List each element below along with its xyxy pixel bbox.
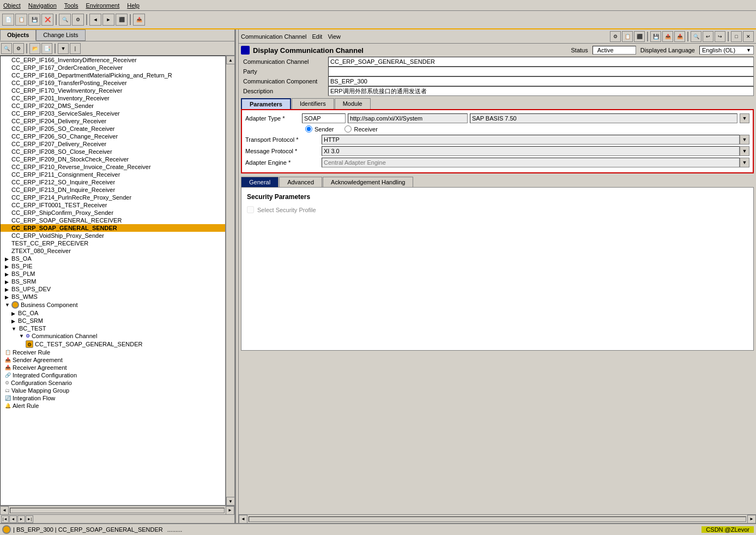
tree-item[interactable]: 🔄 Integration Flow <box>1 394 225 402</box>
right-scroll-h[interactable]: ◄ ► <box>239 514 756 523</box>
tree-item[interactable]: ▶ BC_SRM <box>1 317 225 324</box>
toolbar-btn-6[interactable]: ⚙ <box>72 14 84 26</box>
right-tb-close[interactable]: ✕ <box>743 31 754 42</box>
tree-item[interactable]: CC_ERP_IF205_SO_Create_Receiver <box>1 125 225 133</box>
scroll-left-btn[interactable]: ◄ <box>0 506 9 515</box>
tree-item[interactable]: CC_ERP_IF169_TransferPosting_Receiver <box>1 79 225 87</box>
tree-item[interactable]: CC_ERP_IF212_SO_Inquire_Receiver <box>1 178 225 186</box>
left-tb-btn-2[interactable]: ⚙ <box>13 43 24 54</box>
tree-item[interactable]: ▶ BC_OA <box>1 309 225 317</box>
scroll-right-btn[interactable]: ► <box>226 506 234 515</box>
tab-change-lists[interactable]: Change Lists <box>36 29 85 41</box>
menu-tools[interactable]: Tools <box>64 2 78 9</box>
right-tb-btn-9[interactable]: ↪ <box>715 31 725 42</box>
tree-item[interactable]: CC_ERP_IF206_SO_Change_Receiver <box>1 133 225 140</box>
nav-first[interactable]: |◄ <box>1 515 9 523</box>
tree-item[interactable]: CC_ERP_SOAP_GENERAL_RECEIVER <box>1 217 225 224</box>
tree-item[interactable]: TEST_CC_ERP_RECEIVER <box>1 239 225 247</box>
tree-item-bc-test[interactable]: ▼ BC_TEST <box>1 324 225 332</box>
sub-tab-general[interactable]: General <box>241 177 279 187</box>
right-tb-btn-6[interactable]: 📥 <box>674 31 685 42</box>
tree-item[interactable]: CC_ERP_IF203_ServiceSales_Receiver <box>1 110 225 117</box>
right-tb-max[interactable]: □ <box>731 31 742 42</box>
toolbar-btn-back[interactable]: ◄ <box>89 14 101 26</box>
right-tb-btn-1[interactable]: ⚙ <box>610 31 621 42</box>
tree-item[interactable]: CC_ERP_IF167_OrderCreation_Receiver <box>1 64 225 71</box>
tree-item[interactable]: ▶ BS_SRM <box>1 278 225 285</box>
tree-item[interactable]: 📋 Receiver Rule <box>1 348 225 356</box>
right-tb-btn-4[interactable]: 💾 <box>650 31 661 42</box>
engine-dropdown-btn[interactable]: ▼ <box>740 158 749 167</box>
right-tb-btn-3[interactable]: ⬛ <box>634 31 645 42</box>
left-tb-btn-4[interactable]: 📑 <box>41 43 52 54</box>
message-dropdown-btn[interactable]: ▼ <box>740 146 749 156</box>
toolbar-btn-5[interactable]: 🔍 <box>59 14 71 26</box>
tree-item[interactable]: CC_ERP_ShipConfirm_Proxy_Sender <box>1 209 225 217</box>
toolbar-btn-3[interactable]: 💾 <box>28 14 40 26</box>
nav-last[interactable]: ►| <box>26 515 33 523</box>
tree-item[interactable]: 🔗 Integrated Configuration <box>1 371 225 379</box>
tree-item[interactable]: 🗂 Value Mapping Group <box>1 387 225 394</box>
left-tb-btn-1[interactable]: 🔍 <box>1 43 12 54</box>
tree-item-business-component[interactable]: ▼ Business Component <box>1 300 225 309</box>
toolbar-btn-8[interactable]: 📤 <box>133 14 145 26</box>
menu-view[interactable]: View <box>328 33 341 40</box>
tree-item[interactable]: CC_ERP_IF209_DN_StockCheck_Receiver <box>1 155 225 163</box>
tree-item[interactable]: CC_ERP_IF170_ViewInventory_Receiver <box>1 87 225 94</box>
menu-navigation[interactable]: Navigation <box>28 2 57 9</box>
tree-item[interactable]: CC_ERP_IF214_PurlnRecRe_Proxy_Sender <box>1 194 225 201</box>
tree-item[interactable]: CC_ERP_IF168_DepartmentMaterialPicking_a… <box>1 71 225 79</box>
sub-tab-ack-handling[interactable]: Acknowledgement Handling <box>323 177 413 187</box>
tree-item[interactable]: CC_ERP_IF207_Delivery_Receiver <box>1 140 225 148</box>
right-tb-btn-2[interactable]: 📋 <box>622 31 633 42</box>
tree-item-selected[interactable]: CC_ERP_SOAP_GENERAL_SENDER <box>1 224 225 232</box>
menu-environment[interactable]: Environment <box>86 2 119 9</box>
adapter-type-dropdown-btn[interactable]: ▼ <box>740 113 749 123</box>
sender-radio[interactable] <box>305 125 312 133</box>
right-tb-btn-5[interactable]: 📤 <box>662 31 673 42</box>
tree-item[interactable]: ▶ BS_PIE <box>1 262 225 270</box>
tree-item[interactable]: CC_ERP_IF213_DN_Inquire_Receiver <box>1 186 225 194</box>
left-tb-btn-3[interactable]: 📂 <box>29 43 40 54</box>
tree-item-cc-test-sender[interactable]: ⚙ CC_TEST_SOAP_GENERAL_SENDER <box>1 340 225 348</box>
toolbar-btn-1[interactable]: 📄 <box>2 14 14 26</box>
tree-item[interactable]: CC_ERP_IF166_InventoryDifference_Receive… <box>1 56 225 64</box>
menu-object[interactable]: Object <box>3 2 21 9</box>
tree-scrollbar-v[interactable]: ▲ ▼ <box>226 56 234 506</box>
tree-item[interactable]: ▶ BS_PLM <box>1 270 225 278</box>
adapter-type-value[interactable] <box>302 113 346 123</box>
sub-tab-advanced[interactable]: Advanced <box>279 177 322 187</box>
tree-item[interactable]: CC_ERP_IF201_Inventory_Receiver <box>1 94 225 102</box>
toolbar-btn-4[interactable]: ❌ <box>41 14 53 26</box>
tree-item[interactable]: CC_ERP_IF202_DMS_Sender <box>1 102 225 110</box>
receiver-radio[interactable] <box>344 125 352 133</box>
tab-parameters[interactable]: Parameters <box>241 98 291 109</box>
toolbar-btn-7[interactable]: ⬛ <box>116 14 128 26</box>
tree-item[interactable]: ▶ BS_OA <box>1 255 225 262</box>
right-tb-btn-8[interactable]: ↩ <box>703 31 713 42</box>
tree-item[interactable]: CC_ERP_IFT0001_TEST_Receiver <box>1 201 225 209</box>
displayed-language-dropdown[interactable]: English (OL) ▼ <box>699 46 754 55</box>
tab-module[interactable]: Module <box>335 98 371 109</box>
tab-identifiers[interactable]: Identifiers <box>292 98 334 109</box>
tree-item[interactable]: 📤 Sender Agreement <box>1 356 225 364</box>
tree-item[interactable]: CC_ERP_IF211_Consignment_Receiver <box>1 171 225 178</box>
tree-item[interactable]: CC_ERP_IF210_Reverse_Invoice_Create_Rece… <box>1 163 225 171</box>
toolbar-btn-forward[interactable]: ► <box>102 14 114 26</box>
tree-item[interactable]: ▶ BS_WMS <box>1 293 225 300</box>
scroll-down-btn[interactable]: ▼ <box>226 497 234 506</box>
scroll-up-btn[interactable]: ▲ <box>226 56 234 64</box>
select-security-checkbox[interactable] <box>247 206 254 213</box>
transport-dropdown-btn[interactable]: ▼ <box>740 135 749 145</box>
left-tb-btn-filter[interactable]: ▼ <box>58 43 69 54</box>
menu-edit[interactable]: Edit <box>312 33 322 40</box>
menu-communication-channel[interactable]: Communication Channel <box>241 33 306 40</box>
right-scroll-left-btn[interactable]: ◄ <box>239 515 247 524</box>
tree-item[interactable]: CC_ERP_IF204_Delivery_Receiver <box>1 117 225 125</box>
tree-scroll-h[interactable]: ◄ ► <box>0 506 234 514</box>
tree-item[interactable]: CC_ERP_IF208_SO_Close_Receiver <box>1 148 225 155</box>
right-scroll-right-btn[interactable]: ► <box>747 515 756 524</box>
tree-item[interactable]: ZTEXT_080_Receiver <box>1 247 225 255</box>
tree-item[interactable]: CC_ERP_VoidShip_Proxy_Sender <box>1 232 225 239</box>
toolbar-btn-2[interactable]: 📋 <box>15 14 27 26</box>
